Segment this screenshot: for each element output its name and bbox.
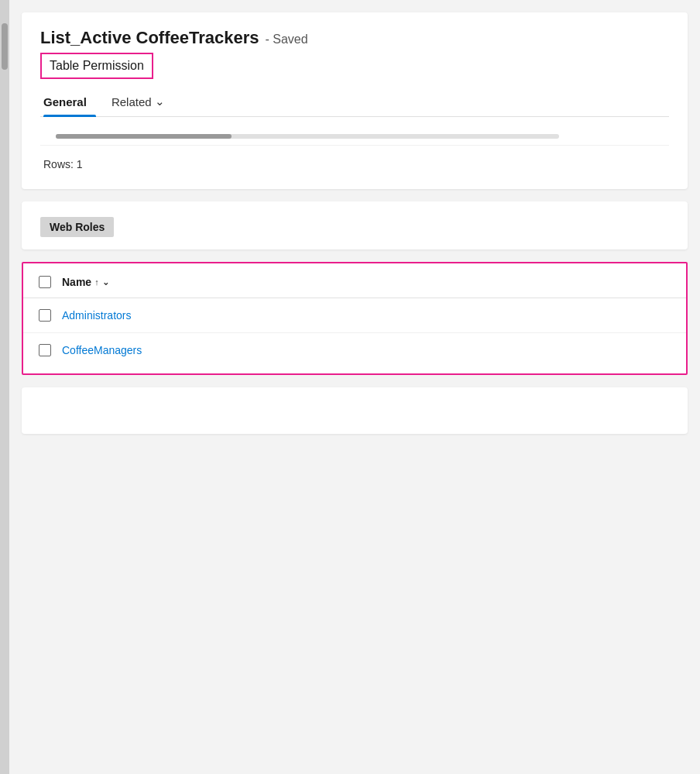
select-all-checkbox[interactable] — [39, 276, 51, 288]
row-checkbox-coffeemanagers[interactable] — [39, 344, 51, 356]
web-roles-header: Web Roles — [40, 217, 114, 237]
table-row: Administrators — [23, 298, 686, 333]
tab-general[interactable]: General — [40, 89, 99, 116]
name-column-header[interactable]: Name ↑ ⌄ — [62, 276, 109, 288]
tabs-row: General Related ⌄ — [40, 88, 669, 117]
table-permission-label: Table Permission — [50, 59, 144, 72]
scrollbar[interactable] — [0, 0, 9, 774]
table-permission-box: Table Permission — [40, 53, 153, 79]
card-title-row: List_Active CoffeeTrackers - Saved — [40, 28, 669, 48]
rows-info: Rows: 1 — [40, 158, 669, 170]
sort-ascending-icon: ↑ — [94, 277, 99, 287]
progress-bar-track — [56, 134, 559, 139]
table-header-row: Name ↑ ⌄ — [23, 263, 686, 298]
row-checkbox-administrators[interactable] — [39, 309, 51, 322]
web-roles-card: Web Roles — [22, 201, 688, 249]
sort-dropdown-icon: ⌄ — [102, 277, 109, 287]
table-permission-card: List_Active CoffeeTrackers - Saved Table… — [22, 12, 688, 189]
administrators-link[interactable]: Administrators — [62, 309, 131, 322]
web-roles-table: Name ↑ ⌄ Administrators CoffeeManagers — [22, 262, 688, 375]
bottom-card — [22, 387, 688, 434]
table-row: CoffeeManagers — [23, 333, 686, 367]
record-name: List_Active CoffeeTrackers — [40, 28, 259, 48]
tab-related[interactable]: Related ⌄ — [99, 88, 168, 116]
chevron-down-icon: ⌄ — [155, 95, 165, 108]
main-content: List_Active CoffeeTrackers - Saved Table… — [9, 0, 700, 774]
saved-label: - Saved — [265, 33, 307, 46]
progress-row — [40, 128, 669, 146]
progress-bar-fill — [56, 134, 232, 139]
coffeemanagers-link[interactable]: CoffeeManagers — [62, 344, 142, 356]
scrollbar-thumb — [2, 23, 8, 70]
